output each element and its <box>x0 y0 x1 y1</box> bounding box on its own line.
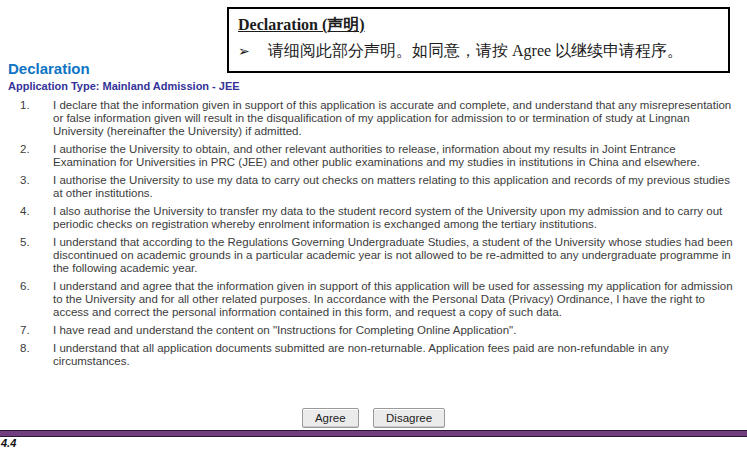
page-section-number: 4.4 <box>1 437 16 449</box>
disagree-button[interactable]: Disagree <box>373 408 445 428</box>
item-number: 5. <box>8 236 53 275</box>
declaration-item: 1. I declare that the information given … <box>8 99 741 138</box>
declaration-section: Declaration Application Type: Mainland A… <box>8 60 741 373</box>
action-button-row: Agree Disagree <box>0 408 747 428</box>
declaration-item: 6. I understand and agree that the infor… <box>8 280 741 319</box>
declaration-item: 8. I understand that all application doc… <box>8 342 741 368</box>
item-number: 2. <box>8 143 53 169</box>
item-text: I authorise the University to use my dat… <box>53 174 741 200</box>
declaration-item: 5. I understand that according to the Re… <box>8 236 741 275</box>
item-number: 4. <box>8 205 53 231</box>
item-number: 7. <box>8 324 53 337</box>
item-number: 3. <box>8 174 53 200</box>
item-number: 1. <box>8 99 53 138</box>
application-type-label: Application Type: Mainland Admission - J… <box>8 80 741 92</box>
declaration-item: 2. I authorise the University to obtain,… <box>8 143 741 169</box>
declaration-item: 3. I authorise the University to use my … <box>8 174 741 200</box>
item-text: I authorise the University to obtain, an… <box>53 143 741 169</box>
page-title: Declaration <box>8 60 741 77</box>
item-text: I understand that according to the Regul… <box>53 236 741 275</box>
item-number: 6. <box>8 280 53 319</box>
item-text: I have read and understand the content o… <box>53 324 741 337</box>
agree-button[interactable]: Agree <box>302 408 359 428</box>
notice-title: Declaration (声明) <box>238 15 718 35</box>
footer-divider <box>0 430 747 437</box>
declaration-list: 1. I declare that the information given … <box>8 99 741 368</box>
item-text: I understand and agree that the informat… <box>53 280 741 319</box>
notice-bullet-text: 请细阅此部分声明。如同意，请按 Agree 以继续申请程序。 <box>268 40 718 62</box>
item-text: I understand that all application docume… <box>53 342 741 368</box>
item-text: I declare that the information given in … <box>53 99 741 138</box>
declaration-item: 4. I also authorise the University to tr… <box>8 205 741 231</box>
item-text: I also authorise the University to trans… <box>53 205 741 231</box>
item-number: 8. <box>8 342 53 368</box>
declaration-item: 7. I have read and understand the conten… <box>8 324 741 337</box>
